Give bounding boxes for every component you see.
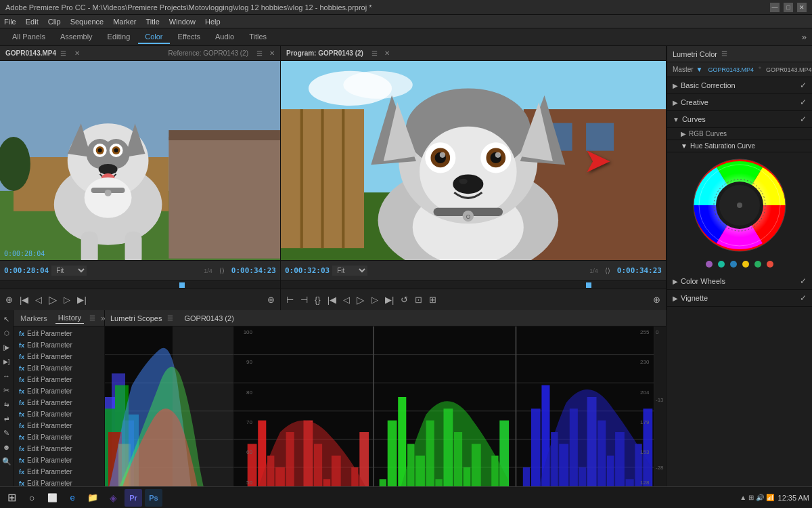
history-item[interactable]: fx Edit Parameter [14,362,104,374]
ws-tab-color[interactable]: Color [138,30,169,44]
history-item[interactable]: fx Edit Parameter [14,420,104,431]
history-tab[interactable]: History [55,312,84,324]
source-fit-select[interactable]: Fit25%50%100% [51,266,87,276]
lumetri-cv-check[interactable]: ✓ [800,114,807,124]
lumetri-creative-section[interactable]: ▶ Creative ✓ [667,94,812,111]
ws-tab-titles[interactable]: Titles [242,30,273,44]
ref-close-icon[interactable]: ✕ [269,49,275,57]
source-close-icon[interactable]: ✕ [74,49,80,57]
lumetri-basic-correction-section[interactable]: ▶ Basic Correction ✓ [667,77,812,94]
program-timeline[interactable] [281,280,666,289]
menu-file[interactable]: File [4,18,16,26]
lumetri-menu-icon[interactable]: ☰ [721,50,727,58]
source-timeline[interactable] [0,280,280,289]
program-playhead[interactable] [586,282,591,288]
start-btn[interactable]: ⊞ [3,489,20,507]
prog-play-btn[interactable]: ▷ [354,292,367,308]
prog-loop-btn[interactable]: ↺ [398,293,411,307]
history-item[interactable]: fx Edit Parameter [14,454,104,466]
history-item[interactable]: fx Edit Parameter [14,408,104,420]
ws-tab-effects[interactable]: Effects [171,30,207,44]
minimize-button[interactable]: — [770,3,780,12]
dot-teal[interactable] [718,261,725,268]
dot-red[interactable] [767,261,773,268]
menu-sequence[interactable]: Sequence [70,18,104,26]
color-wheel-svg[interactable] [692,158,787,253]
dot-blue[interactable] [730,261,737,268]
history-item[interactable]: fx Edit Parameter [14,397,104,408]
dot-purple[interactable] [706,261,713,268]
menu-clip[interactable]: Clip [48,18,61,26]
history-item[interactable]: fx Edit Parameter [14,385,104,397]
history-item[interactable]: fx Edit Parameter [14,478,104,486]
program-timecode[interactable]: 0:00:32:03 [285,266,330,275]
tool-pen[interactable]: ✎ [1,427,13,439]
history-item[interactable]: fx Edit Parameter [14,374,104,385]
prog-mark-out-btn[interactable]: ⊣ [298,293,311,307]
ws-tab-audio[interactable]: Audio [208,30,241,44]
source-add-marker-btn[interactable]: ⊕ [3,293,16,307]
source-add-clip-btn[interactable]: ⊕ [265,293,277,307]
prog-export-frame-btn[interactable]: ⊞ [426,293,439,307]
tool-select[interactable]: ↖ [1,313,13,325]
source-timecode[interactable]: 0:00:28:04 [4,266,49,275]
ws-tab-all-panels[interactable]: All Panels [5,30,52,44]
prog-mark-clip-btn[interactable]: {} [312,293,323,307]
photoshop-btn[interactable]: Ps [145,489,162,507]
dot-yellow[interactable] [742,261,749,268]
task-view-btn[interactable]: ⬜ [43,489,61,507]
program-menu-icon[interactable]: ☰ [371,49,378,57]
history-item[interactable]: fx Edit Parameter [14,443,104,454]
lumetri-vi-check[interactable]: ✓ [800,293,807,303]
program-fit-select[interactable]: Fit25%50%100% [332,266,367,276]
prog-prev-edit-btn[interactable]: |◀ [325,293,339,307]
premiere-btn[interactable]: Pr [125,489,142,507]
lumetri-hue-sat-sub[interactable]: ▼ Hue Saturation Curve [667,140,812,152]
history-menu-icon[interactable]: ☰ [89,314,95,322]
lumetri-rgb-curves-sub[interactable]: ▶ RGB Curves [667,128,812,140]
scopes-menu-icon[interactable]: ☰ [167,314,173,322]
ref-menu-icon[interactable]: ☰ [256,49,263,57]
lumetri-color-wheels-section[interactable]: ▶ Color Wheels ✓ [667,273,812,290]
prog-safe-margins-btn[interactable]: ⊡ [412,293,425,307]
menu-title[interactable]: Title [145,18,159,26]
tool-ripple-edit[interactable]: [▶ [1,341,13,354]
tool-razor[interactable]: ✂ [1,384,13,396]
explorer-btn[interactable]: 📁 [84,489,102,507]
tool-track-select[interactable]: ⬡ [1,327,13,339]
source-playhead[interactable] [179,282,185,288]
ws-tab-editing[interactable]: Editing [101,30,137,44]
lumetri-cw-check[interactable]: ✓ [800,276,807,286]
workspace-more-button[interactable]: » [802,32,807,42]
lumetri-curves-section[interactable]: ▼ Curves ✓ [667,111,812,128]
history-item[interactable]: fx Edit Parameter [14,351,104,362]
prog-mark-in-btn[interactable]: ⊢ [284,293,296,307]
ws-tab-assembly[interactable]: Assembly [53,30,99,44]
lumetri-vignette-section[interactable]: ▶ Vignette ✓ [667,290,812,307]
tool-rolling-edit[interactable]: ▶] [1,356,13,368]
scopes-clip-tab[interactable]: GOPR0143 (2) [184,314,233,322]
markers-tab[interactable]: Markers [18,313,50,324]
prog-next-edit-btn[interactable]: ▶| [382,293,397,307]
search-btn[interactable]: ○ [23,489,41,507]
program-close-icon[interactable]: ✕ [384,49,390,57]
menu-help[interactable]: Help [205,18,221,26]
prog-step-back-btn[interactable]: ◁ [340,293,353,307]
dot-green[interactable] [754,261,761,268]
close-button[interactable]: ✕ [797,3,807,12]
tool-hand[interactable]: ☻ [1,441,13,453]
tool-zoom[interactable]: 🔍 [1,455,13,467]
lumetri-bc-check[interactable]: ✓ [800,81,807,90]
edge-btn[interactable]: e [64,489,81,507]
source-play-btn[interactable]: ▷ [46,291,60,308]
history-item[interactable]: fx Edit Parameter [14,328,104,339]
source-menu-icon[interactable]: ☰ [60,49,66,57]
source-step-back-btn[interactable]: ◁ [32,293,45,307]
tool-slide[interactable]: ⇄ [1,412,13,425]
reference-tab[interactable]: Reference: GOPR0143 (2) [168,49,248,57]
source-prev-in-btn[interactable]: |◀ [17,293,31,307]
history-item[interactable]: fx Edit Parameter [14,339,104,351]
menu-edit[interactable]: Edit [26,18,39,26]
source-step-fwd-btn[interactable]: ▷ [61,293,73,307]
source-next-out-btn[interactable]: ▶| [74,293,89,307]
